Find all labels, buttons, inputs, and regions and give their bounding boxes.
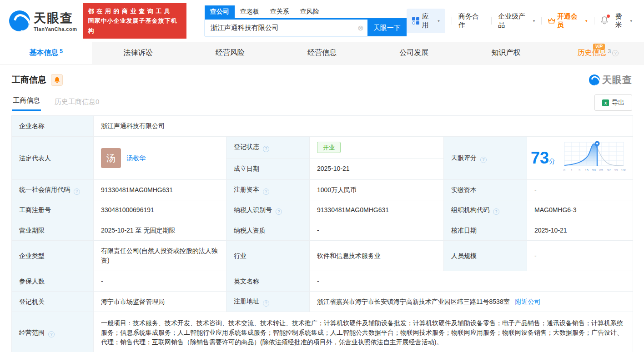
apps-grid-icon bbox=[412, 17, 419, 25]
label-text: 登记状态 bbox=[234, 143, 259, 150]
watermark-text: 天眼查 bbox=[602, 74, 632, 86]
excel-icon: x bbox=[602, 99, 609, 106]
table-row: 参保人数 - 英文名称 - bbox=[12, 271, 633, 292]
search-input[interactable] bbox=[205, 19, 367, 36]
nearby-companies-link[interactable]: 附近公司 bbox=[515, 298, 541, 305]
tab-operating-info[interactable]: 经营信息 bbox=[276, 42, 368, 64]
tab-operating-risk[interactable]: 经营风险 bbox=[184, 42, 276, 64]
reg-authority-label: 登记机关 bbox=[12, 292, 94, 312]
score-label: 天眼评分 ? bbox=[444, 137, 527, 180]
status-badge: 开业 bbox=[317, 142, 341, 154]
watermark-logo-icon bbox=[589, 74, 600, 85]
main-tab-bar: 基本信息 5 法律诉讼 经营风险 经营信息 公司发展 知识产权 VIP 历史信息… bbox=[0, 42, 644, 64]
slogan-line1: 都 在 用 的 商 业 查 询 工 具 bbox=[88, 6, 181, 16]
reg-number-label: 工商注册号 bbox=[12, 200, 94, 220]
tab-intellectual-property[interactable]: 知识产权 bbox=[460, 42, 552, 64]
reg-capital-value: 1000万人民币 bbox=[310, 180, 444, 200]
open-vip-label: 开通会员 bbox=[557, 12, 584, 30]
org-code-label: 组织机构代码 ? bbox=[444, 200, 527, 220]
business-info-table: 企业名称 浙江声通科技有限公司 法定代表人 汤 汤敬华 登记状态 ? 开业 天眼… bbox=[11, 115, 633, 352]
help-icon[interactable]: ? bbox=[48, 331, 55, 337]
help-icon[interactable]: ? bbox=[480, 157, 487, 163]
table-row: 经营范围 ? 一般项目：技术服务、技术开发、技术咨询、技术交流、技术转让、技术推… bbox=[12, 312, 633, 352]
tab-legal-proceedings[interactable]: 法律诉讼 bbox=[92, 42, 184, 64]
help-icon[interactable]: ? bbox=[612, 50, 619, 56]
establish-date-value: 2025-10-21 bbox=[310, 158, 444, 180]
label-text: 天眼评分 bbox=[451, 154, 477, 161]
apps-menu[interactable]: 应用 ▾ bbox=[407, 9, 445, 33]
tab-label: 知识产权 bbox=[492, 48, 521, 58]
search-tab-risk[interactable]: 查风险 bbox=[295, 5, 325, 18]
table-row: 营业期限 2025-10-21 至 无固定期限 纳税人资质 - 核准日期 202… bbox=[12, 220, 633, 241]
help-icon[interactable]: ? bbox=[493, 208, 499, 215]
cooperation-label: 商务合作 bbox=[458, 12, 485, 30]
address-text: 浙江省嘉兴市海宁市长安镇海宁高新技术产业园区纬三路11号8538室 bbox=[317, 298, 510, 305]
legal-rep-avatar[interactable]: 汤 bbox=[101, 148, 121, 168]
approval-date-label: 核准日期 bbox=[444, 220, 527, 241]
top-header: 天眼查 TianYanCha.com 都 在 用 的 商 业 查 询 工 具 国… bbox=[0, 0, 644, 42]
export-button[interactable]: x 导出 bbox=[594, 94, 632, 111]
table-row: 工商注册号 330481000696191 纳税人识别号 ? 91330481M… bbox=[12, 200, 633, 220]
industry-value: 软件和信息技术服务业 bbox=[310, 241, 444, 271]
tianyancha-logo[interactable]: 天眼查 TianYanCha.com bbox=[9, 10, 77, 32]
search-tab-relation[interactable]: 查关系 bbox=[265, 5, 295, 18]
staff-size-label: 人员规模 bbox=[444, 241, 527, 271]
search-tab-boss[interactable]: 查老板 bbox=[235, 5, 265, 18]
tick-1: 1 bbox=[571, 169, 573, 172]
reg-authority-value: 海宁市市场监督管理局 bbox=[94, 292, 226, 312]
english-name-label: 英文名称 bbox=[226, 271, 310, 292]
tab-count: 5 bbox=[60, 48, 63, 55]
tab-company-development[interactable]: 公司发展 bbox=[368, 42, 460, 64]
help-icon[interactable]: ? bbox=[74, 188, 80, 195]
help-icon[interactable]: ? bbox=[263, 300, 269, 307]
reg-status-value: 开业 bbox=[310, 137, 444, 159]
score-value: 73 bbox=[531, 149, 549, 167]
subtab-history-business-info[interactable]: 历史工商信息0 bbox=[54, 93, 100, 111]
user-menu[interactable]: 费米 ▾ bbox=[615, 12, 632, 30]
staff-size-value: - bbox=[527, 241, 633, 271]
chevron-down-icon: ▾ bbox=[438, 19, 440, 23]
establish-date-label: 成立日期 bbox=[226, 158, 310, 180]
table-row: 登记机关 海宁市市场监督管理局 注册地址 ? 浙江省嘉兴市海宁市长安镇海宁高新技… bbox=[12, 292, 633, 312]
search-tab-company[interactable]: 查公司 bbox=[205, 5, 235, 18]
company-type-label: 企业类型 bbox=[12, 241, 94, 271]
tick-4: 50 bbox=[592, 169, 596, 172]
english-name-value: - bbox=[310, 271, 633, 292]
subscribe-bell-icon[interactable] bbox=[51, 74, 63, 86]
help-icon[interactable]: ? bbox=[263, 188, 269, 195]
tick-2: 3 bbox=[579, 169, 580, 172]
subtab-business-info[interactable]: 工商信息 bbox=[12, 92, 41, 111]
tab-basic-info[interactable]: 基本信息 5 bbox=[0, 42, 92, 64]
brand-domain: TianYanCha.com bbox=[34, 26, 77, 32]
business-term-label: 营业期限 bbox=[12, 220, 94, 241]
tick-3: 15 bbox=[585, 169, 589, 172]
notification-dot bbox=[607, 15, 610, 18]
search-box: 查公司 查老板 查关系 查风险 ⊗ 天眼一下 bbox=[205, 5, 407, 36]
tab-label: 经营信息 bbox=[307, 48, 337, 58]
label-text: 统一社会信用代码 bbox=[19, 186, 70, 193]
help-icon[interactable]: ? bbox=[276, 208, 282, 215]
logo-text: 天眼查 TianYanCha.com bbox=[34, 10, 77, 32]
tab-label: 基本信息 bbox=[29, 48, 58, 58]
industry-label: 行业 bbox=[226, 241, 310, 271]
tab-count: 3 bbox=[608, 48, 611, 55]
search-button[interactable]: 天眼一下 bbox=[367, 19, 407, 36]
nav-enterprise-products[interactable]: 企业级产品 ▾ bbox=[498, 12, 535, 30]
tab-label: 公司发展 bbox=[399, 48, 428, 58]
approval-date-value: 2025-10-21 bbox=[527, 220, 633, 241]
clear-search-icon[interactable]: ⊗ bbox=[354, 19, 367, 36]
business-term-value: 2025-10-21 至 无固定期限 bbox=[94, 220, 226, 241]
nav-cooperation[interactable]: 商务合作 bbox=[458, 12, 485, 30]
help-icon[interactable]: ? bbox=[263, 146, 269, 152]
notification-bell-icon[interactable] bbox=[600, 16, 609, 26]
tab-history-info[interactable]: VIP 历史信息 3 ? bbox=[552, 42, 644, 64]
search-tabs: 查公司 查老板 查关系 查风险 bbox=[205, 5, 407, 19]
taxpayer-id-value: 91330481MAG0MHG631 bbox=[310, 200, 444, 220]
slogan-line2: 国家中小企业发展子基金旗下机构 bbox=[88, 16, 181, 35]
enterprise-label: 企业级产品 bbox=[498, 12, 531, 30]
paid-capital-value: - bbox=[527, 180, 633, 200]
reg-capital-label: 注册资本 ? bbox=[226, 180, 310, 200]
tab-label: 历史信息 bbox=[577, 48, 606, 58]
nav-open-vip[interactable]: 开通会员 ▾ bbox=[548, 12, 587, 30]
legal-rep-link[interactable]: 汤敬华 bbox=[126, 154, 146, 163]
